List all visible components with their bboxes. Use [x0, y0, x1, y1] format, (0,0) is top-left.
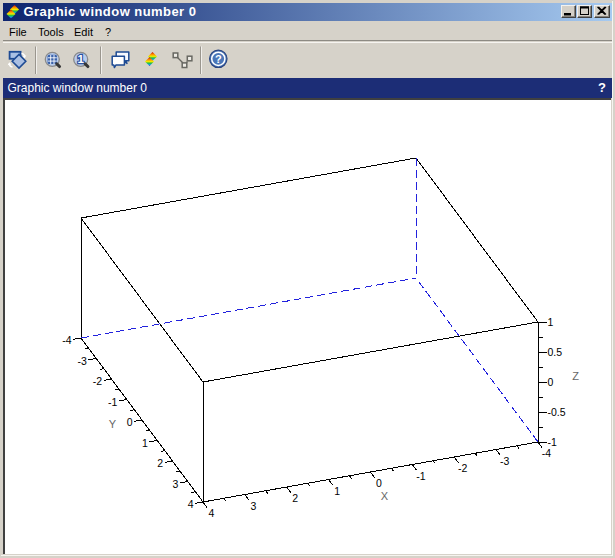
svg-text:-3: -3: [500, 455, 509, 467]
svg-text:1: 1: [142, 437, 148, 449]
svg-text:Y: Y: [109, 418, 117, 430]
svg-text:-1: -1: [548, 436, 557, 448]
svg-text:2: 2: [157, 457, 163, 469]
svg-text:1: 1: [78, 53, 85, 65]
svg-text:1: 1: [334, 485, 340, 497]
svg-text:X: X: [381, 490, 389, 502]
svg-text:-4: -4: [62, 334, 71, 346]
svg-text:-3: -3: [77, 355, 86, 367]
svg-text:-2: -2: [458, 462, 467, 474]
svg-text:?: ?: [215, 53, 222, 65]
svg-text:-2: -2: [93, 375, 102, 387]
svg-text:Z: Z: [572, 370, 579, 382]
svg-text:-1: -1: [108, 396, 117, 408]
svg-text:3: 3: [172, 478, 178, 490]
svg-text:3: 3: [250, 500, 256, 512]
svg-text:0: 0: [548, 376, 554, 388]
svg-text:-4: -4: [542, 447, 551, 459]
svg-text:0: 0: [127, 416, 133, 428]
svg-text:0.5: 0.5: [548, 346, 563, 358]
svg-text:4: 4: [188, 498, 194, 510]
svg-text:-0.5: -0.5: [548, 406, 566, 418]
svg-text:4: 4: [209, 507, 215, 519]
svg-text:-1: -1: [416, 470, 425, 482]
svg-text:0: 0: [376, 477, 382, 489]
svg-text:1: 1: [548, 316, 554, 328]
svg-text:2: 2: [292, 492, 298, 504]
